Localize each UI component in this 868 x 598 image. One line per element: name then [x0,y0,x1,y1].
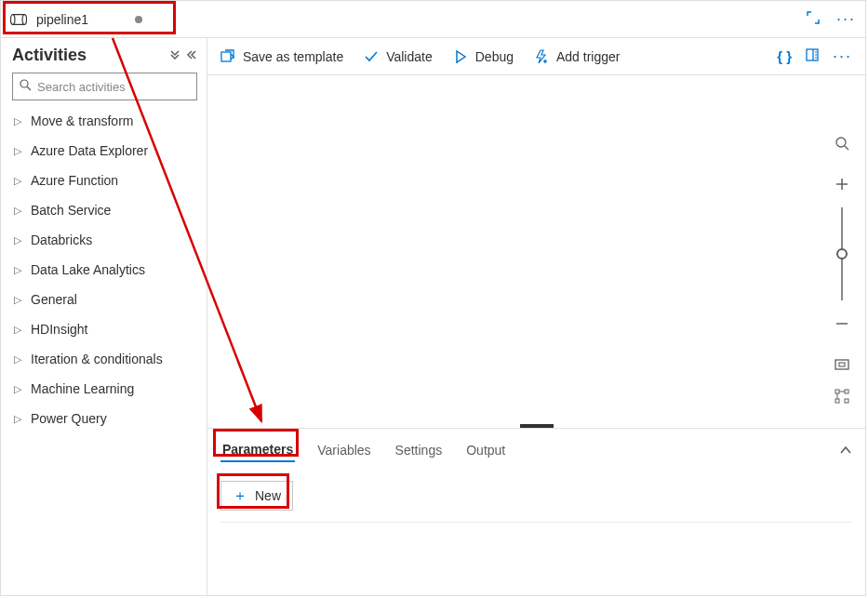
collapse-panel-icon[interactable] [839,444,852,458]
auto-layout-icon[interactable] [830,384,854,408]
validate-button[interactable]: Validate [364,49,433,64]
activity-category-label: Move & transform [31,113,133,128]
chevron-right-icon: ▷ [14,175,23,187]
activity-category-label: Azure Data Explorer [31,143,148,158]
pipeline-icon [10,13,27,26]
svg-rect-4 [221,52,231,61]
chevron-right-icon: ▷ [14,294,23,306]
properties-icon[interactable] [805,47,820,65]
activities-title: Activities [12,46,87,65]
activity-category-label: Power Query [31,411,107,426]
save-as-template-label: Save as template [243,49,343,64]
zoom-fit-icon[interactable] [830,352,854,377]
activity-category[interactable]: ▷Move & transform [12,110,197,132]
svg-point-0 [10,14,15,24]
tab-variables[interactable]: Variables [315,439,372,461]
zoom-out-icon[interactable] [830,312,854,336]
tab-output[interactable]: Output [464,439,507,461]
activity-category-label: General [31,292,77,307]
chevron-right-icon: ▷ [14,413,23,425]
activity-category[interactable]: ▷Azure Data Explorer [12,140,197,162]
activity-category-label: Batch Service [31,203,111,218]
validate-icon [364,49,379,64]
pipeline-name[interactable]: pipeline1 [36,12,88,27]
tab-settings[interactable]: Settings [394,439,445,461]
chevron-right-icon: ▷ [14,264,23,276]
svg-rect-17 [835,360,848,369]
svg-rect-22 [845,399,848,403]
activity-category[interactable]: ▷HDInsight [12,318,197,340]
svg-point-2 [20,80,28,87]
canvas-search-icon[interactable] [830,131,854,155]
new-button-label: New [255,488,281,503]
chevron-right-icon: ▷ [14,383,23,395]
zoom-slider-handle[interactable] [836,248,848,259]
pipeline-canvas[interactable] [207,75,865,428]
code-view-icon[interactable]: { } [777,48,792,64]
svg-line-3 [27,86,31,90]
svg-point-1 [22,14,27,24]
chevron-right-icon: ▷ [14,234,23,246]
activities-sidebar: Activities ▷Move & transform▷Azure Data … [1,38,207,595]
activity-category[interactable]: ▷Machine Learning [12,378,197,400]
chevron-double-down-icon[interactable] [169,48,180,63]
activity-category[interactable]: ▷Databricks [12,229,197,251]
more-actions-icon[interactable]: ··· [836,9,856,29]
debug-button[interactable]: Debug [453,49,514,64]
activity-category-label: Databricks [31,233,92,247]
search-icon [20,79,32,94]
search-activities-input[interactable] [12,73,197,100]
toolbar-more-icon[interactable]: ··· [833,47,852,66]
chevron-right-icon: ▷ [14,353,23,365]
activity-category[interactable]: ▷Batch Service [12,199,197,221]
svg-line-13 [845,146,848,150]
save-template-icon [220,49,235,64]
activity-category-label: Iteration & conditionals [31,352,163,366]
activity-category-label: Data Lake Analytics [31,262,145,277]
svg-point-12 [836,138,846,147]
debug-label: Debug [475,49,514,64]
activity-category[interactable]: ▷Power Query [12,407,197,430]
activity-category-label: HDInsight [31,322,87,337]
add-trigger-label: Add trigger [556,49,620,64]
chevron-right-icon: ▷ [14,205,23,217]
activity-category[interactable]: ▷Data Lake Analytics [12,259,197,281]
new-parameter-button[interactable]: ＋ New [220,481,293,511]
tab-parameters[interactable]: Parameters [220,438,295,462]
activity-category[interactable]: ▷General [12,288,197,311]
debug-icon [453,49,468,64]
svg-rect-18 [839,363,845,366]
activity-category[interactable]: ▷Azure Function [12,169,197,192]
add-trigger-icon [534,49,549,64]
activity-category[interactable]: ▷Iteration & conditionals [12,348,197,370]
canvas-toolbar: Save as template Validate Debug [207,38,865,75]
chevron-right-icon: ▷ [14,324,23,336]
zoom-slider[interactable] [841,207,843,300]
chevron-right-icon: ▷ [14,115,23,127]
svg-rect-21 [835,399,839,403]
add-trigger-button[interactable]: Add trigger [534,49,620,64]
properties-panel: Parameters Variables Settings Output ＋ N… [207,428,865,595]
svg-rect-20 [845,390,848,393]
unsaved-indicator-icon [135,16,142,23]
expand-icon[interactable] [807,11,820,28]
panel-divider [220,522,852,523]
panel-splitter[interactable] [520,424,554,428]
activity-category-label: Machine Learning [31,381,134,396]
validate-label: Validate [386,49,433,64]
save-as-template-button[interactable]: Save as template [220,49,343,64]
chevron-right-icon: ▷ [14,145,23,157]
zoom-in-icon[interactable] [830,172,854,196]
svg-rect-19 [835,390,839,393]
plus-icon: ＋ [233,486,247,506]
activity-category-label: Azure Function [31,173,118,188]
chevron-double-left-icon[interactable] [186,48,197,63]
